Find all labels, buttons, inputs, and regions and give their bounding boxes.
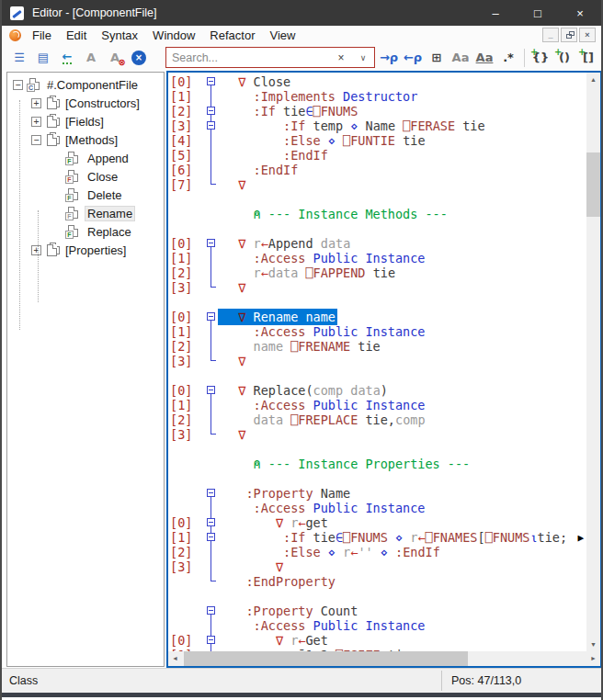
search-next-icon[interactable]: →ρ xyxy=(378,47,400,69)
match-case-icon[interactable]: Aa xyxy=(449,47,472,69)
code-line[interactable]: [2] :Else ⋄ r←'' ⋄ :EndIf xyxy=(168,545,586,559)
minimize-button[interactable]: – xyxy=(474,0,517,26)
mdi-minimize-button[interactable]: _ xyxy=(542,28,559,42)
code-line[interactable]: [1] :Access Public Instance xyxy=(168,251,586,265)
expand-icon[interactable]: + xyxy=(31,98,41,108)
code-editor-pane[interactable]: [0] ∇ Close[1] :Implements Destructor[2]… xyxy=(166,71,602,668)
code-line[interactable]: [2] name ⎕FRENAME tie xyxy=(168,339,586,354)
menu-refactor[interactable]: Refactor xyxy=(202,28,262,43)
maximize-button[interactable]: □ xyxy=(517,0,559,26)
fold-marker[interactable] xyxy=(207,312,215,321)
collapse-icon[interactable]: − xyxy=(31,135,41,145)
fold-marker[interactable] xyxy=(207,386,215,394)
close-editor-icon[interactable]: × xyxy=(128,47,150,69)
code-line[interactable]: [1] :Access Public Instance xyxy=(168,324,586,339)
code-line[interactable]: [0] ∇ r←get xyxy=(168,515,586,530)
tree-item-methods[interactable]: −[Methods] xyxy=(7,130,164,149)
trace-back-icon[interactable]: ← xyxy=(56,47,78,69)
outline-icon[interactable]: ▤ xyxy=(32,47,54,69)
code-line[interactable]: [2] data ⎕FREPLACE tie,comp xyxy=(168,412,586,427)
code-line[interactable]: [5] :EndIf xyxy=(168,148,586,163)
fold-marker[interactable] xyxy=(207,121,215,130)
vertical-scroll-thumb[interactable] xyxy=(586,152,600,217)
fold-marker[interactable] xyxy=(207,533,215,541)
code-line[interactable]: :Property Name xyxy=(168,486,586,501)
horizontal-scrollbar[interactable]: ◄ ► xyxy=(168,651,600,666)
code-line[interactable]: [0] ∇ r←Get xyxy=(168,633,586,648)
code-line[interactable]: [3] ∇ xyxy=(168,354,586,368)
code-line[interactable] xyxy=(168,295,586,310)
braces-icon[interactable]: {}+ xyxy=(529,47,552,69)
brackets-icon[interactable]: []+ xyxy=(577,47,599,69)
code-line[interactable]: [3] ∇ xyxy=(168,280,586,295)
mdi-close-button[interactable]: × xyxy=(579,28,596,42)
menu-view[interactable]: View xyxy=(263,28,303,43)
code-line[interactable]: ⍝ --- Instance Properties --- xyxy=(168,457,586,471)
code-content[interactable]: [0] ∇ Close[1] :Implements Destructor[2]… xyxy=(168,73,586,651)
menu-syntax[interactable]: Syntax xyxy=(94,28,145,43)
search-prev-icon[interactable]: ←ρ xyxy=(402,47,424,69)
fold-marker[interactable] xyxy=(207,636,215,644)
code-line[interactable]: [0] ∇ Replace(comp data) xyxy=(168,383,586,398)
scroll-right-icon[interactable]: ► xyxy=(586,651,600,666)
code-line[interactable]: [7] ∇ xyxy=(168,177,586,192)
tree-item-delete[interactable]: FDelete xyxy=(7,186,164,204)
scroll-down-icon[interactable]: ▼ xyxy=(586,638,600,651)
code-line[interactable]: [0] ∇ r←Append data xyxy=(168,236,586,251)
code-line[interactable]: [3] ∇ xyxy=(168,559,586,574)
code-line[interactable]: :Property Count xyxy=(168,604,586,618)
search-clear-icon[interactable]: × xyxy=(330,51,352,64)
code-line[interactable]: [2] :If tie∈⎕FNUMS xyxy=(168,104,586,119)
code-line[interactable]: [1] :Implements Destructor xyxy=(168,89,586,104)
fold-marker[interactable] xyxy=(207,77,215,85)
code-line[interactable]: :EndProperty xyxy=(168,574,586,589)
code-line[interactable]: [3] :If temp ⋄ Name ⎕FERASE tie xyxy=(168,119,586,133)
fold-marker[interactable] xyxy=(207,606,215,615)
line-numbers-icon[interactable]: ☰ xyxy=(8,47,30,69)
fold-marker[interactable] xyxy=(207,518,215,526)
code-line[interactable]: :Access Public Instance xyxy=(168,501,586,515)
code-line[interactable]: [1] :If tie∈⎕FNUMS ⋄ r←⎕FNAMES[⎕FNUMS⍳ti… xyxy=(168,530,586,545)
vertical-scrollbar[interactable]: ▲ ▼ xyxy=(586,73,600,651)
close-button[interactable]: × xyxy=(559,0,601,26)
menu-edit[interactable]: Edit xyxy=(59,28,94,43)
code-line[interactable] xyxy=(168,471,586,486)
fold-marker[interactable] xyxy=(207,489,215,497)
expand-all-icon[interactable]: ⊞ xyxy=(426,47,448,69)
comment-icon[interactable]: A xyxy=(80,47,102,69)
tree-item-replace[interactable]: FReplace xyxy=(7,222,164,241)
fold-marker[interactable] xyxy=(207,239,215,247)
scroll-up-icon[interactable]: ▲ xyxy=(586,73,600,86)
menu-window[interactable]: Window xyxy=(145,28,202,43)
code-line[interactable] xyxy=(168,192,586,207)
menu-file[interactable]: File xyxy=(25,28,59,43)
tree-item-fields[interactable]: +[Fields] xyxy=(7,112,164,130)
parens-icon[interactable]: ()+ xyxy=(553,47,575,69)
code-line[interactable]: [6] :EndIf xyxy=(168,163,586,177)
code-line[interactable] xyxy=(168,589,586,604)
horizontal-scroll-thumb[interactable] xyxy=(184,651,468,666)
code-line[interactable] xyxy=(168,442,586,457)
search-input[interactable] xyxy=(166,51,330,64)
code-line[interactable]: [2] r←data ⎕FAPPEND tie xyxy=(168,265,586,280)
tree-item-componentfile[interactable]: −C#.ComponentFile xyxy=(7,75,164,94)
code-line[interactable]: [0] ∇ Rename name xyxy=(168,310,586,324)
scroll-left-icon[interactable]: ◄ xyxy=(168,651,182,666)
fold-marker[interactable] xyxy=(207,107,215,115)
match-word-icon[interactable]: Aa xyxy=(473,47,495,69)
regex-icon[interactable]: .* xyxy=(497,47,519,69)
code-line[interactable]: [4] :Else ⋄ ⎕FUNTIE tie xyxy=(168,133,586,148)
code-line[interactable]: ⍝ --- Instance Methods --- xyxy=(168,207,586,221)
code-line[interactable]: [3] ∇ xyxy=(168,427,586,442)
tree-item-append[interactable]: FAppend xyxy=(7,149,164,167)
tree-item-close[interactable]: FClose xyxy=(7,167,164,186)
code-line[interactable]: :Access Public Instance xyxy=(168,618,586,633)
search-dropdown-icon[interactable]: ∨ xyxy=(352,53,374,62)
uncomment-icon[interactable]: A⊗ xyxy=(104,47,126,69)
tree-item-constructors[interactable]: +[Constructors] xyxy=(7,94,164,112)
mdi-restore-button[interactable] xyxy=(561,28,577,42)
code-line[interactable]: [1] :Access Public Instance xyxy=(168,398,586,412)
tree-item-rename[interactable]: FRename xyxy=(7,204,164,222)
expand-icon[interactable]: + xyxy=(31,245,41,255)
code-line[interactable] xyxy=(168,221,586,236)
